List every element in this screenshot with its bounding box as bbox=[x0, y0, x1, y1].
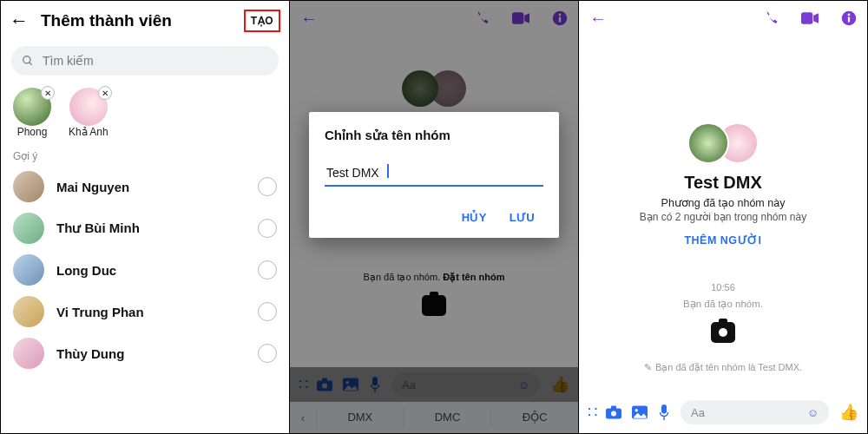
friends-line: Bạn có 2 người bạn trong nhóm này bbox=[579, 211, 867, 223]
search-input[interactable]: Tìm kiếm bbox=[11, 46, 279, 76]
timestamp: 10:56 bbox=[579, 282, 867, 293]
svg-point-16 bbox=[848, 14, 851, 16]
svg-line-1 bbox=[30, 62, 32, 65]
video-icon[interactable] bbox=[801, 12, 819, 24]
contact-row[interactable]: Long Duc bbox=[1, 249, 289, 291]
system-message: Bạn đã tạo nhóm. bbox=[579, 298, 867, 310]
avatar bbox=[13, 254, 44, 286]
cancel-button[interactable]: HỦY bbox=[453, 206, 496, 229]
call-icon[interactable] bbox=[763, 10, 779, 26]
svg-rect-23 bbox=[663, 417, 665, 420]
avatar bbox=[13, 171, 44, 202]
contact-name: Thư Bùi Minh bbox=[56, 220, 258, 236]
composer-input[interactable]: Aa☺ bbox=[681, 400, 829, 424]
chat-header: ← bbox=[579, 1, 867, 36]
back-icon[interactable]: ← bbox=[10, 10, 29, 32]
avatar bbox=[687, 122, 729, 164]
rename-dialog: Chỉnh sửa tên nhóm HỦY LƯU bbox=[309, 112, 559, 238]
contact-name: Thùy Dung bbox=[56, 346, 258, 361]
suggestion-heading: Gợi ý bbox=[1, 145, 289, 166]
contact-row[interactable]: Vi Trung Phan bbox=[1, 291, 289, 332]
svg-rect-15 bbox=[848, 17, 850, 23]
selected-row: ✕ Phong ✕ Khả Anh bbox=[1, 84, 289, 145]
search-icon bbox=[22, 55, 34, 67]
contact-name: Vi Trung Phan bbox=[56, 305, 258, 319]
avatar bbox=[13, 338, 44, 369]
emoji-icon[interactable]: ☺ bbox=[807, 406, 819, 419]
panel-group-created: ← Test DMX Phương đã tạo nhóm này Bạn có… bbox=[579, 1, 867, 433]
panel-name-dialog: ← Bạn đã tạo nhóm. Đặt tên nhóm ∷ bbox=[290, 1, 579, 433]
composer-bar: ∷ Aa☺ 👍 bbox=[579, 395, 867, 430]
header: ← Thêm thành viên TẠO bbox=[1, 1, 289, 41]
text-caret bbox=[387, 164, 389, 178]
apps-icon[interactable]: ∷ bbox=[588, 403, 595, 422]
group-avatar-pair bbox=[579, 122, 867, 164]
system-message-named: ✎Bạn đã đặt tên nhóm là Test DMX. bbox=[579, 362, 867, 373]
creator-line: Phương đã tạo nhóm này bbox=[579, 196, 867, 209]
contact-row[interactable]: Thùy Dung bbox=[1, 332, 289, 374]
back-icon[interactable]: ← bbox=[589, 9, 740, 29]
group-name: Test DMX bbox=[579, 173, 867, 193]
like-icon[interactable]: 👍 bbox=[839, 403, 858, 422]
add-people-button[interactable]: THÊM NGƯỜI bbox=[684, 233, 761, 247]
contact-name: Mai Nguyen bbox=[56, 180, 258, 194]
select-radio[interactable] bbox=[258, 260, 277, 279]
remove-icon[interactable]: ✕ bbox=[98, 86, 112, 100]
panel-add-members: ← Thêm thành viên TẠO Tìm kiếm ✕ Phong ✕… bbox=[1, 1, 290, 433]
gallery-icon[interactable] bbox=[632, 405, 648, 419]
info-icon[interactable] bbox=[841, 10, 857, 26]
page-title: Thêm thành viên bbox=[41, 11, 244, 30]
svg-point-0 bbox=[23, 56, 30, 63]
contact-row[interactable]: Mai Nguyen bbox=[1, 166, 289, 207]
svg-rect-22 bbox=[661, 404, 667, 414]
select-radio[interactable] bbox=[258, 219, 277, 238]
chip-label: Khả Anh bbox=[69, 126, 108, 138]
contact-row[interactable]: Thư Bùi Minh bbox=[1, 207, 289, 249]
avatar bbox=[13, 296, 44, 327]
group-name-input[interactable] bbox=[325, 162, 543, 187]
select-radio[interactable] bbox=[258, 344, 277, 363]
svg-point-21 bbox=[635, 409, 638, 411]
select-radio[interactable] bbox=[258, 177, 277, 196]
svg-rect-13 bbox=[801, 12, 812, 23]
save-button[interactable]: LƯU bbox=[501, 206, 543, 229]
select-radio[interactable] bbox=[258, 302, 277, 321]
pencil-icon: ✎ bbox=[644, 362, 652, 372]
selected-chip[interactable]: ✕ Khả Anh bbox=[69, 88, 108, 138]
chip-label: Phong bbox=[17, 126, 48, 138]
svg-rect-18 bbox=[611, 406, 616, 410]
contact-name: Long Duc bbox=[56, 263, 258, 278]
dialog-title: Chỉnh sửa tên nhóm bbox=[325, 128, 543, 143]
remove-icon[interactable]: ✕ bbox=[41, 86, 55, 100]
avatar bbox=[13, 213, 44, 244]
camera-button[interactable] bbox=[579, 322, 867, 346]
svg-point-19 bbox=[611, 411, 616, 417]
mic-icon[interactable] bbox=[658, 404, 670, 420]
search-placeholder: Tìm kiếm bbox=[43, 54, 94, 68]
camera-icon bbox=[711, 322, 735, 343]
create-button[interactable]: TẠO bbox=[244, 10, 280, 32]
camera-icon[interactable] bbox=[606, 405, 621, 419]
selected-chip[interactable]: ✕ Phong bbox=[13, 88, 51, 138]
